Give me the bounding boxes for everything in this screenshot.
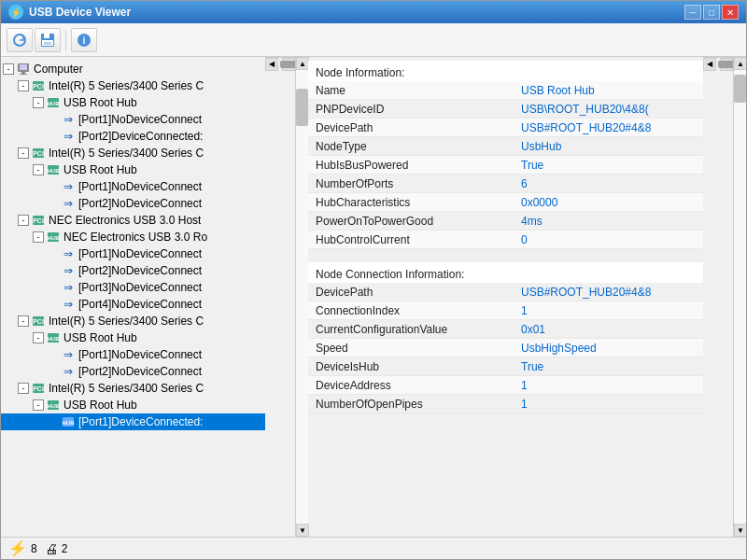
prop-value: USB Root Hub: [521, 84, 595, 97]
expand-icon[interactable]: -: [33, 399, 44, 411]
port-icon: ⇒: [61, 365, 76, 378]
minimize-button[interactable]: ─: [684, 5, 701, 20]
expand-icon[interactable]: -: [33, 97, 44, 108]
title-controls: ─ □ ✕: [684, 5, 739, 20]
device-icon: 🖨: [45, 541, 58, 556]
tree-label: [Port3]NoDeviceConnect: [78, 281, 202, 294]
hscroll-thumb[interactable]: [718, 61, 733, 68]
hub-icon: HUB: [61, 415, 76, 428]
prop-row: NumberOfOpenPipes 1: [308, 395, 703, 413]
expand-icon[interactable]: -: [33, 164, 44, 175]
svg-text:HUB: HUB: [48, 235, 61, 241]
prop-value: 0x01: [521, 323, 545, 336]
prop-value: USB#ROOT_HUB20#4&8: [521, 286, 651, 299]
scroll-left-btn[interactable]: ◀: [703, 58, 716, 71]
vscroll-thumb[interactable]: [296, 89, 308, 126]
section-gap: [308, 249, 703, 262]
prop-value: 1: [521, 398, 528, 411]
scroll-left-btn[interactable]: ◀: [265, 58, 278, 71]
tree-item[interactable]: ⇒ [Port3]NoDeviceConnect: [1, 279, 265, 296]
prop-row: DevicePath USB#ROOT_HUB20#4&8: [308, 283, 703, 301]
hscroll-thumb[interactable]: [280, 61, 295, 68]
main-window: ⚡ USB Device Viewer ─ □ ✕: [0, 0, 747, 560]
tree-label: Intel(R) 5 Series/3400 Series C: [49, 315, 204, 328]
tree-item[interactable]: - HUB NEC Electronics USB 3.0 Ro: [1, 229, 265, 245]
tree-item[interactable]: ⇒ [Port2]DeviceConnected:: [1, 128, 265, 145]
prop-name: PNPDeviceID: [316, 103, 521, 116]
prop-value: 1: [521, 379, 528, 392]
scroll-down-btn[interactable]: ▼: [734, 524, 746, 537]
tree-label: NEC Electronics USB 3.0 Ro: [63, 231, 207, 244]
app-icon: ⚡: [8, 5, 23, 20]
prop-row: Name USB Root Hub: [308, 81, 703, 100]
tree-item[interactable]: - HUB USB Root Hub: [1, 329, 265, 346]
svg-rect-9: [21, 72, 25, 74]
tree-label: [Port2]NoDeviceConnect: [78, 264, 202, 277]
refresh-button[interactable]: [7, 28, 33, 52]
scroll-down-btn[interactable]: ▼: [296, 524, 309, 537]
right-hscrollbar[interactable]: ◀ ▶: [703, 57, 733, 70]
prop-row: DevicePath USB#ROOT_HUB20#4&8: [308, 119, 703, 137]
left-vscrollbar[interactable]: ▲ ▼: [295, 57, 308, 537]
tree-item[interactable]: ⇒ [Port2]NoDeviceConnect: [1, 262, 265, 279]
left-hscrollbar[interactable]: ◀ ▶: [265, 57, 295, 70]
tree-item[interactable]: - PCI Intel(R) 5 Series/3400 Series C: [1, 77, 265, 94]
tree-item[interactable]: ⇒ [Port2]NoDeviceConnect: [1, 195, 265, 212]
svg-text:PCI: PCI: [33, 385, 44, 392]
expand-icon[interactable]: -: [18, 315, 29, 327]
save-button[interactable]: [35, 28, 61, 52]
expand-icon[interactable]: -: [3, 63, 14, 75]
scroll-up-btn[interactable]: ▲: [296, 57, 309, 70]
hub-icon: HUB: [46, 331, 61, 344]
prop-row: HubControlCurrent 0: [308, 231, 703, 249]
controller-icon: PCI: [31, 147, 46, 160]
tree-item[interactable]: ⇒ [Port1]NoDeviceConnect: [1, 111, 265, 128]
scroll-up-btn[interactable]: ▲: [734, 57, 746, 70]
prop-row: CurrentConfigurationValue 0x01: [308, 320, 703, 339]
svg-text:HUB: HUB: [48, 101, 61, 106]
tree-item[interactable]: ⇒ [Port1]NoDeviceConnect: [1, 245, 265, 262]
prop-row: ConnectionIndex 1: [308, 301, 703, 320]
expand-icon[interactable]: -: [33, 231, 44, 243]
tree-label: USB Root Hub: [63, 331, 137, 344]
tree-item[interactable]: - PCI Intel(R) 5 Series/3400 Series C: [1, 313, 265, 329]
prop-value: True: [521, 360, 543, 373]
prop-name: NumberOfPorts: [316, 177, 521, 190]
tree-item[interactable]: - PCI Intel(R) 5 Series/3400 Series C: [1, 145, 265, 161]
tree-item[interactable]: - Computer: [1, 61, 265, 77]
svg-text:PCI: PCI: [33, 217, 44, 224]
expand-icon[interactable]: -: [18, 80, 29, 91]
tree-item[interactable]: - PCI NEC Electronics USB 3.0 Host: [1, 212, 265, 229]
prop-value: 6: [521, 177, 528, 190]
right-vscrollbar[interactable]: ▲ ▼: [733, 57, 746, 537]
expand-icon[interactable]: -: [18, 215, 29, 226]
close-button[interactable]: ✕: [722, 5, 739, 20]
usb-count: 8: [31, 542, 37, 555]
maximize-button[interactable]: □: [703, 5, 720, 20]
tree-item[interactable]: - HUB USB Root Hub: [1, 397, 265, 413]
expand-icon[interactable]: -: [18, 147, 29, 159]
section-node-info: Node Information:: [308, 61, 703, 81]
tree-item-selected[interactable]: HUB [Port1]DeviceConnected:: [1, 413, 265, 430]
tree-item[interactable]: - HUB USB Root Hub: [1, 161, 265, 178]
tree-item[interactable]: - HUB USB Root Hub: [1, 94, 265, 111]
right-panel: Node Information: Name USB Root Hub PNPD…: [308, 57, 733, 537]
expand-icon[interactable]: -: [33, 332, 44, 343]
info-button[interactable]: i: [71, 28, 97, 52]
tree-label: USB Root Hub: [63, 96, 137, 109]
tree-item[interactable]: ⇒ [Port2]NoDeviceConnect: [1, 363, 265, 380]
expand-icon[interactable]: -: [18, 383, 29, 394]
tree-item[interactable]: ⇒ [Port1]NoDeviceConnect: [1, 346, 265, 363]
left-panel: - Computer - PCI Intel(R) 5 Series/3400 …: [1, 57, 295, 537]
tree-label: [Port2]NoDeviceConnect: [78, 365, 202, 378]
tree-item[interactable]: ⇒ [Port4]NoDeviceConnect: [1, 296, 265, 313]
device-count: 2: [62, 542, 68, 555]
svg-text:HUB: HUB: [48, 336, 61, 342]
tree-view[interactable]: - Computer - PCI Intel(R) 5 Series/3400 …: [1, 57, 265, 537]
tree-label: Intel(R) 5 Series/3400 Series C: [49, 382, 204, 395]
svg-rect-2: [44, 34, 49, 38]
tree-item[interactable]: ⇒ [Port1]NoDeviceConnect: [1, 178, 265, 195]
tree-item[interactable]: - PCI Intel(R) 5 Series/3400 Series C: [1, 380, 265, 397]
prop-row: NodeType UsbHub: [308, 137, 703, 156]
vscroll-thumb[interactable]: [734, 75, 746, 103]
